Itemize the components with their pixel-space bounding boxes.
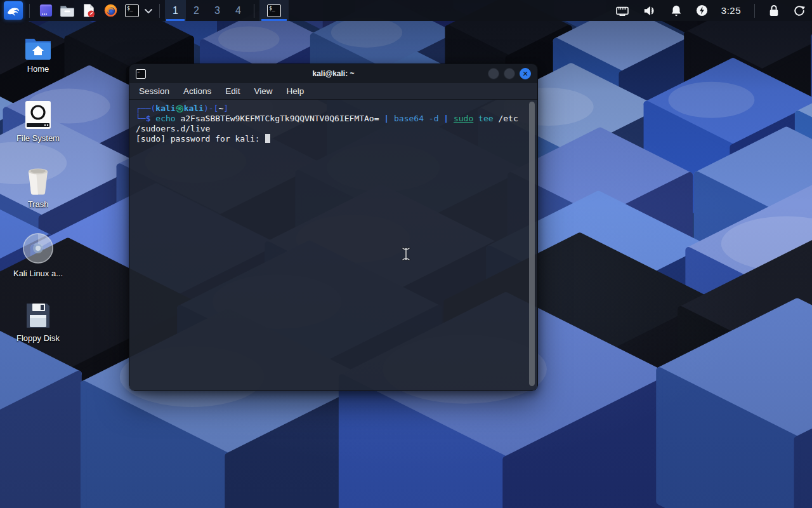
terminal-line: /sudoers.d/live: [136, 124, 526, 134]
firefox-launcher[interactable]: [101, 1, 120, 20]
lock-screen-icon[interactable]: [768, 4, 780, 17]
panel-separator: [754, 4, 755, 18]
terminal-icon: $_: [267, 4, 281, 17]
window-menubar: SessionActionsEditViewHelp: [129, 83, 537, 100]
desktop-icon-label: Home: [27, 64, 49, 74]
panel-separator: [254, 4, 254, 18]
menu-item-edit[interactable]: Edit: [219, 84, 246, 98]
notifications-bell-icon[interactable]: [670, 4, 683, 17]
panel-left: $_ 1234 $_: [0, 0, 289, 21]
trash-icon: [25, 166, 51, 196]
folder-icon: [60, 4, 75, 18]
file-manager-launcher[interactable]: [58, 1, 77, 20]
app-window-icon: [39, 3, 53, 18]
terminal-output[interactable]: ┌──(kali㉿kali)-[~]└─$ echo a2FsaSBBTEw9K…: [129, 100, 537, 391]
workspace-switcher: 1234: [165, 0, 249, 21]
desktop-icon-floppy[interactable]: Floppy Disk: [0, 302, 76, 343]
terminal-cursor: [265, 134, 270, 143]
menu-item-actions[interactable]: Actions: [178, 84, 217, 98]
terminal-icon: $_: [125, 4, 139, 17]
text-editor-icon: [82, 3, 96, 18]
floppy-icon: [25, 302, 51, 330]
desktop-icon-label: Kali Linux a...: [13, 269, 63, 278]
terminal-line: └─$ echo a2FsaSBBTEw9KEFMTCkgTk9QQVNTV0Q…: [136, 114, 526, 124]
maximize-button[interactable]: [504, 68, 515, 79]
top-panel: $_ 1234 $_: [0, 0, 812, 21]
terminal-launcher[interactable]: $_: [122, 1, 141, 20]
drive-icon: [25, 100, 51, 130]
cdrom-icon: [22, 232, 55, 265]
logout-icon[interactable]: [793, 4, 806, 17]
window-controls: ✕: [488, 68, 531, 79]
home-folder-icon: [23, 35, 53, 60]
menu-item-session[interactable]: Session: [133, 84, 175, 98]
desktop-root: Home File System Trash Kali Linux a...: [0, 0, 812, 508]
panel-separator: [29, 4, 30, 18]
volume-tray-icon[interactable]: [643, 4, 657, 17]
taskbar-window-button-terminal[interactable]: $_: [259, 0, 289, 21]
desktop-icon-label: Floppy Disk: [16, 333, 60, 343]
power-manager-icon[interactable]: [696, 4, 708, 17]
desktop-icon-home[interactable]: Home: [0, 35, 76, 74]
panel-clock[interactable]: 3:25: [721, 5, 741, 16]
firefox-icon: [103, 3, 118, 18]
desktop-icon-label: Trash: [28, 199, 49, 209]
window-titlebar[interactable]: ⌐ kali@kali: ~ ✕: [129, 64, 537, 83]
kali-logo-icon: [6, 4, 20, 18]
minimize-button[interactable]: [488, 68, 499, 79]
workspace-button-3[interactable]: 3: [207, 0, 228, 21]
app-window-launcher[interactable]: [36, 1, 55, 20]
window-title: kali@kali: ~: [129, 69, 537, 78]
panel-right: 3:25: [615, 0, 812, 21]
network-tray-icon[interactable]: [615, 5, 629, 17]
workspace-button-4[interactable]: 4: [228, 0, 249, 21]
terminal-line: [sudo] password for kali:: [136, 134, 526, 144]
menu-item-help[interactable]: Help: [281, 84, 310, 98]
terminal-scrollbar[interactable]: [529, 102, 535, 386]
desktop-icon-trash[interactable]: Trash: [0, 166, 76, 209]
desktop-icon-label: File System: [16, 133, 60, 143]
kali-menu-button[interactable]: [4, 1, 23, 20]
close-button[interactable]: ✕: [520, 68, 531, 79]
text-editor-launcher[interactable]: [79, 1, 98, 20]
menu-item-view[interactable]: View: [249, 84, 278, 98]
chevron-down-icon[interactable]: [144, 8, 153, 14]
workspace-button-2[interactable]: 2: [186, 0, 207, 21]
panel-separator: [159, 4, 160, 18]
workspace-button-1[interactable]: 1: [165, 0, 186, 21]
terminal-window: ⌐ kali@kali: ~ ✕ SessionActionsEditViewH…: [129, 64, 538, 391]
window-title-icon: ⌐: [136, 69, 146, 79]
terminal-line: ┌──(kali㉿kali)-[~]: [136, 104, 526, 114]
desktop-icon-filesystem[interactable]: File System: [0, 100, 76, 143]
desktop-icon-kali-cd[interactable]: Kali Linux a...: [0, 232, 76, 278]
